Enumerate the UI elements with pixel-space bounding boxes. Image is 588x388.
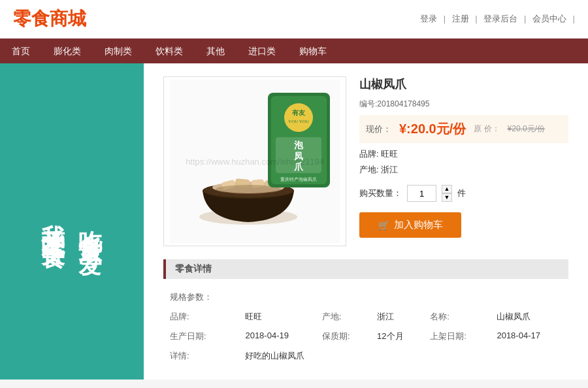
spec-row: 规格参数： xyxy=(165,288,567,306)
svg-text:泡: 泡 xyxy=(294,140,304,150)
product-top: 有友 YOU YOU 泡 凤 爪 重庆特产泡椒凤爪 https://www.hu… xyxy=(163,76,568,246)
detail-name-value: 山椒凤爪 xyxy=(491,308,567,326)
nav-imported[interactable]: 进口类 xyxy=(237,39,287,63)
add-cart-label: 加入购物车 xyxy=(394,219,443,231)
shelf-life-label: 保质期: xyxy=(317,327,370,346)
sep1: | xyxy=(444,14,446,24)
quantity-down-button[interactable]: ▼ xyxy=(442,193,452,202)
nav-expanded[interactable]: 膨化类 xyxy=(42,39,93,63)
price-original: ¥20.0元/份 xyxy=(508,123,545,135)
svg-text:YOU YOU: YOU YOU xyxy=(288,119,309,124)
details-table: 规格参数： 品牌: 旺旺 产地: 浙江 名称: 山椒凤爪 生产日期: 2018-… xyxy=(163,287,568,366)
price-current-label: 现价： xyxy=(366,123,391,135)
origin-row: 产地: 浙江 xyxy=(359,164,568,176)
quantity-up-button[interactable]: ▲ xyxy=(442,185,452,193)
add-to-cart-button[interactable]: 🛒 加入购物车 xyxy=(359,212,461,238)
production-date-value: 2018-04-19 xyxy=(240,327,316,346)
detail-name-label: 名称: xyxy=(425,308,490,326)
nav-other[interactable]: 其他 xyxy=(195,39,237,63)
listing-date-label: 上架日期: xyxy=(425,327,490,346)
brand-value: 旺旺 xyxy=(381,149,398,159)
svg-text:凤: 凤 xyxy=(293,151,303,161)
sep3: | xyxy=(524,14,526,24)
product-info: 山椒凤爪 编号:201804178495 现价： ¥:20.0元/份 原 价： … xyxy=(359,76,568,246)
detail-brand-label: 品牌: xyxy=(165,308,238,326)
nav-vip[interactable]: 会员中心 xyxy=(532,14,566,24)
price-row: 现价： ¥:20.0元/份 原 价： ¥20.0元/份 xyxy=(359,115,568,143)
quantity-stepper: ▲ ▼ xyxy=(442,185,452,202)
spec-label: 规格参数： xyxy=(165,288,238,306)
sidebar-text2: 吃货最可爱 xyxy=(76,212,105,238)
remarks-value: 好吃的山椒凤爪 xyxy=(240,347,567,365)
production-date-label: 生产日期: xyxy=(165,327,238,346)
nav-login[interactable]: 登录 xyxy=(420,14,437,24)
origin-value: 浙江 xyxy=(381,165,398,174)
svg-text:有友: 有友 xyxy=(291,109,306,116)
brand-label: 品牌: xyxy=(359,149,379,159)
product-area: 有友 YOU YOU 泡 凤 爪 重庆特产泡椒凤爪 https://www.hu… xyxy=(144,63,588,380)
svg-text:爪: 爪 xyxy=(293,161,304,172)
main: 我爱吃美食 吃货最可爱 xyxy=(0,63,588,380)
details-header: 零食详情 xyxy=(163,259,568,279)
details-section: 零食详情 规格参数： 品牌: 旺旺 产地: 浙江 名称: 山椒凤爪 生产日期: … xyxy=(163,259,568,366)
product-image: 有友 YOU YOU 泡 凤 爪 重庆特产泡椒凤爪 xyxy=(170,80,340,243)
detail-origin-label: 产地: xyxy=(317,308,370,326)
listing-date-value: 2018-04-17 xyxy=(491,327,567,346)
nav-home[interactable]: 首页 xyxy=(0,39,42,63)
sidebar: 我爱吃美食 吃货最可爱 xyxy=(0,63,144,380)
quantity-label: 购买数量： xyxy=(359,187,402,199)
svg-text:重庆特产泡椒凤爪: 重庆特产泡椒凤爪 xyxy=(280,177,317,182)
shelf-life-value: 12个月 xyxy=(372,327,423,346)
navbar: 首页 膨化类 肉制类 饮料类 其他 进口类 购物车 xyxy=(0,39,588,63)
cart-icon: 🛒 xyxy=(378,219,390,231)
nav-cart[interactable]: 购物车 xyxy=(287,39,338,63)
brand-row: 品牌: 旺旺 xyxy=(359,148,568,160)
sidebar-inner: 我爱吃美食 吃货最可爱 xyxy=(39,205,105,238)
unit-label: 件 xyxy=(457,187,466,199)
sep2: | xyxy=(475,14,477,24)
brand-origin-name-row: 品牌: 旺旺 产地: 浙江 名称: 山椒凤爪 xyxy=(165,308,567,326)
product-title: 山椒凤爪 xyxy=(359,76,568,92)
dates-row: 生产日期: 2018-04-19 保质期: 12个月 上架日期: 2018-04… xyxy=(165,327,567,346)
nav-meat[interactable]: 肉制类 xyxy=(93,39,144,63)
price-current: ¥:20.0元/份 xyxy=(399,120,466,138)
header: 零食商城 登录 | 注册 | 登录后台 | 会员中心 | xyxy=(0,0,588,39)
price-original-label: 原 价： xyxy=(474,123,499,135)
quantity-row: 购买数量： ▲ ▼ 件 xyxy=(359,185,568,202)
sep4: | xyxy=(573,14,575,24)
detail-brand-value: 旺旺 xyxy=(240,308,316,326)
remarks-label: 详情: xyxy=(165,347,238,365)
remarks-row: 详情: 好吃的山椒凤爪 xyxy=(165,347,567,365)
site-logo: 零食商城 xyxy=(13,7,86,31)
product-code: 编号:201804178495 xyxy=(359,99,568,110)
nav-register[interactable]: 注册 xyxy=(452,14,469,24)
sidebar-text1: 我爱吃美食 xyxy=(39,205,67,238)
nav-backend[interactable]: 登录后台 xyxy=(483,14,517,24)
quantity-input[interactable] xyxy=(407,185,436,202)
svg-point-12 xyxy=(284,103,313,132)
nav-drinks[interactable]: 饮料类 xyxy=(144,39,195,63)
origin-label: 产地: xyxy=(359,165,379,174)
product-image-box: 有友 YOU YOU 泡 凤 爪 重庆特产泡椒凤爪 https://www.hu… xyxy=(163,76,346,246)
detail-origin-value: 浙江 xyxy=(372,308,423,326)
header-nav: 登录 | 注册 | 登录后台 | 会员中心 | xyxy=(416,13,575,25)
